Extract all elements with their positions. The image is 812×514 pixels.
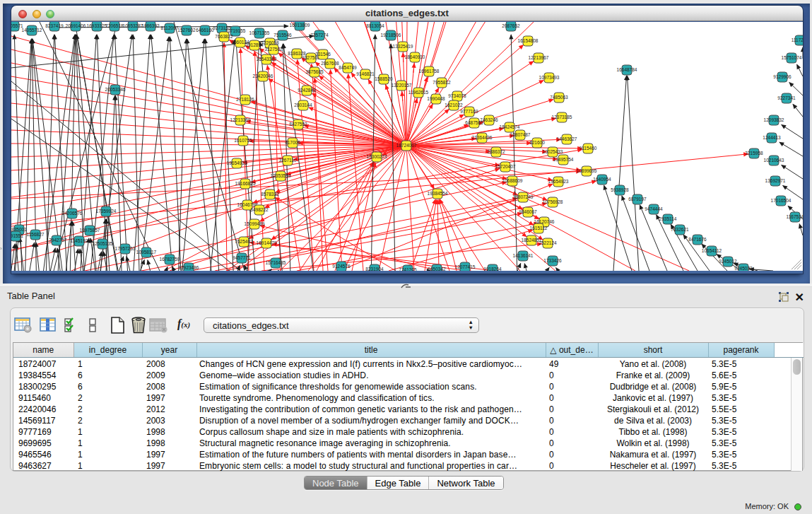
svg-text:17359924: 17359924 [96, 209, 117, 214]
svg-text:8471676: 8471676 [688, 237, 707, 242]
svg-text:9115460: 9115460 [579, 146, 597, 151]
svg-text:19218506: 19218506 [381, 33, 401, 37]
svg-text:15099489: 15099489 [245, 221, 265, 226]
svg-text:12373185: 12373185 [552, 115, 572, 119]
svg-text:3127502: 3127502 [264, 47, 283, 52]
svg-text:7463246: 7463246 [480, 117, 498, 122]
svg-text:7206518: 7206518 [105, 23, 124, 28]
svg-text:10654112: 10654112 [702, 248, 722, 253]
svg-text:10671355: 10671355 [249, 30, 270, 35]
svg-text:15716485: 15716485 [266, 260, 286, 265]
svg-text:13325419: 13325419 [393, 44, 413, 49]
svg-text:1156827: 1156827 [27, 232, 45, 237]
svg-text:6466160: 6466160 [196, 28, 214, 33]
svg-text:7632621: 7632621 [671, 227, 689, 232]
svg-text:14136141: 14136141 [513, 253, 534, 258]
svg-text:10807487: 10807487 [510, 132, 531, 137]
svg-text:3267110: 3267110 [279, 158, 297, 163]
svg-text:10973493: 10973493 [539, 75, 560, 80]
svg-text:2803144: 2803144 [294, 103, 312, 107]
svg-text:8427552: 8427552 [289, 122, 307, 127]
svg-text:15751074: 15751074 [782, 55, 802, 60]
svg-text:621600: 621600 [529, 140, 545, 145]
svg-text:7741205: 7741205 [399, 267, 417, 271]
svg-text:13692971: 13692971 [765, 178, 786, 183]
svg-text:9474444: 9474444 [645, 206, 663, 211]
svg-text:12077415: 12077415 [455, 264, 476, 269]
svg-text:9146821: 9146821 [356, 71, 375, 76]
svg-text:1621022: 1621022 [445, 103, 463, 107]
svg-text:9242848: 9242848 [298, 88, 316, 93]
svg-text:6650342: 6650342 [428, 267, 446, 271]
svg-text:1010755: 1010755 [234, 138, 252, 143]
svg-text:2935114: 2935114 [659, 216, 677, 221]
svg-text:1588520: 1588520 [375, 76, 393, 81]
svg-text:19654933: 19654933 [227, 160, 247, 165]
svg-text:18724007: 18724007 [396, 143, 417, 148]
svg-text:15300273: 15300273 [367, 154, 387, 159]
svg-text:2718126: 2718126 [236, 97, 254, 102]
svg-text:7955812: 7955812 [433, 80, 451, 85]
svg-text:16933125: 16933125 [87, 23, 107, 28]
svg-text:12213967: 12213967 [529, 55, 549, 60]
svg-text:16648784: 16648784 [617, 67, 637, 72]
svg-text:19166825: 19166825 [235, 181, 256, 186]
svg-text:1986392: 1986392 [141, 23, 160, 28]
svg-text:6879197: 6879197 [628, 197, 647, 201]
svg-text:10025433: 10025433 [543, 149, 563, 154]
svg-text:5938928: 5938928 [611, 187, 629, 192]
svg-text:1117203: 1117203 [792, 37, 803, 42]
svg-text:24206576: 24206576 [62, 211, 83, 216]
svg-text:3498222: 3498222 [250, 207, 269, 212]
svg-text:7485063: 7485063 [550, 95, 568, 100]
svg-text:2886372: 2886372 [487, 149, 505, 154]
svg-text:417006: 417006 [285, 140, 300, 145]
svg-text:9227341: 9227341 [777, 95, 796, 100]
svg-text:14055712: 14055712 [22, 28, 42, 33]
svg-text:7515546: 7515546 [273, 33, 292, 37]
svg-text:1640954: 1640954 [593, 177, 611, 182]
svg-text:9777169: 9777169 [460, 109, 478, 114]
svg-text:16961758: 16961758 [419, 69, 440, 74]
svg-text:10756928: 10756928 [543, 199, 563, 204]
svg-text:8813054: 8813054 [366, 23, 384, 28]
svg-text:9245012: 9245012 [719, 259, 737, 264]
svg-text:10653287: 10653287 [123, 23, 143, 28]
svg-text:19384554: 19384554 [428, 191, 448, 196]
svg-text:16914479: 16914479 [257, 240, 277, 245]
svg-text:23420046: 23420046 [253, 74, 273, 78]
svg-text:7625402: 7625402 [235, 239, 253, 244]
svg-text:9734078: 9734078 [448, 93, 466, 98]
svg-text:18424574: 18424574 [500, 124, 520, 129]
svg-text:18640910: 18640910 [405, 54, 425, 59]
svg-text:8112097: 8112097 [161, 25, 179, 30]
svg-text:1527602: 1527602 [177, 28, 196, 33]
svg-text:12923486: 12923486 [179, 265, 199, 270]
svg-text:21364436: 21364436 [472, 135, 493, 140]
svg-text:12505135: 12505135 [93, 241, 113, 246]
svg-text:8237419: 8237419 [45, 23, 64, 28]
svg-text:12213369: 12213369 [230, 117, 251, 122]
svg-text:7663822: 7663822 [215, 34, 233, 39]
svg-text:18807249: 18807249 [513, 194, 534, 199]
svg-text:9918264: 9918264 [483, 267, 502, 271]
svg-text:331546: 331546 [315, 52, 331, 57]
svg-text:11962615: 11962615 [408, 90, 429, 95]
svg-text:14463627: 14463627 [557, 136, 577, 141]
svg-text:8578332: 8578332 [261, 192, 279, 197]
svg-text:1990448: 1990448 [427, 96, 445, 101]
svg-text:16782759: 16782759 [160, 257, 180, 262]
svg-text:2522124: 2522124 [539, 240, 557, 245]
svg-text:12353594: 12353594 [271, 173, 291, 178]
svg-text:9129906: 9129906 [773, 74, 792, 79]
svg-text:16154808: 16154808 [518, 38, 539, 43]
svg-text:2867608: 2867608 [321, 61, 339, 66]
svg-text:16013809: 16013809 [290, 23, 310, 28]
svg-text:1615112: 1615112 [530, 226, 548, 230]
svg-text:10688609: 10688609 [502, 178, 523, 183]
svg-text:10210643: 10210643 [764, 158, 784, 163]
svg-text:7357274: 7357274 [310, 33, 329, 37]
svg-text:391551: 391551 [11, 233, 23, 238]
svg-text:1244413: 1244413 [763, 135, 781, 140]
svg-text:20053346: 20053346 [105, 87, 126, 92]
